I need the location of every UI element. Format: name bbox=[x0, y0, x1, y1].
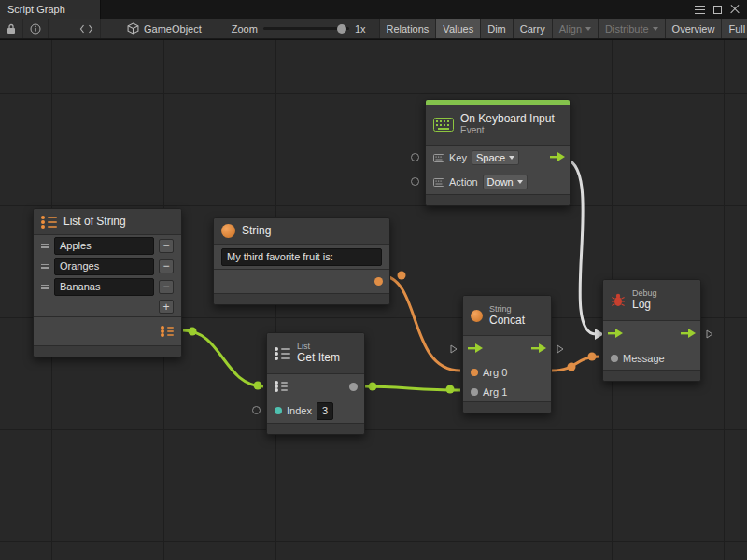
lock-icon[interactable] bbox=[0, 19, 23, 38]
node-header: On Keyboard Input Event bbox=[426, 105, 570, 146]
wire-concat-to-message[interactable] bbox=[552, 357, 599, 371]
string-value-field[interactable]: My third favorite fruit is: bbox=[221, 248, 382, 266]
toolbar-toggles: Relations Values Dim Carry Align Distrib… bbox=[379, 19, 747, 38]
index-label: Index bbox=[287, 405, 312, 416]
node-title: On Keyboard Input bbox=[460, 113, 555, 126]
node-header: String bbox=[214, 218, 389, 245]
item-output-port[interactable] bbox=[349, 383, 358, 391]
key-dropdown[interactable]: Space bbox=[472, 150, 519, 165]
node-title: Log bbox=[632, 299, 657, 312]
node-concat[interactable]: String Concat Arg 0 Arg 1 bbox=[462, 295, 552, 413]
node-footer bbox=[214, 293, 389, 304]
node-on-keyboard-input[interactable]: On Keyboard Input Event Key Space Action… bbox=[425, 99, 571, 206]
tab-script-graph[interactable]: Script Graph bbox=[0, 0, 101, 19]
wire-getitem-to-concat[interactable] bbox=[365, 386, 460, 390]
flow-row bbox=[603, 321, 700, 347]
close-icon[interactable] bbox=[730, 5, 740, 14]
relations-button[interactable]: Relations bbox=[379, 19, 436, 38]
drag-handle-icon[interactable] bbox=[41, 264, 49, 269]
dim-button[interactable]: Dim bbox=[480, 19, 513, 38]
node-footer bbox=[426, 194, 570, 205]
arg0-label: Arg 0 bbox=[483, 367, 507, 378]
message-row: Message bbox=[603, 347, 700, 370]
remove-item-button[interactable]: − bbox=[159, 239, 174, 253]
message-input-port[interactable] bbox=[611, 355, 618, 362]
node-footer bbox=[463, 401, 551, 413]
info-icon[interactable] bbox=[23, 19, 49, 38]
list-item-field[interactable]: Apples bbox=[54, 237, 154, 255]
node-debug-log[interactable]: Debug Log Message bbox=[602, 279, 701, 382]
window-controls bbox=[695, 0, 747, 19]
arg0-input-port[interactable] bbox=[471, 369, 478, 376]
values-button[interactable]: Values bbox=[435, 19, 480, 38]
gameobject-label: GameObject bbox=[144, 23, 202, 35]
zoom-slider-handle[interactable] bbox=[337, 24, 346, 34]
node-string-literal[interactable]: String My third favorite fruit is: bbox=[213, 217, 390, 305]
flow-input-port[interactable] bbox=[608, 329, 623, 340]
index-input-port[interactable] bbox=[275, 407, 282, 414]
flow-input-port[interactable] bbox=[468, 343, 483, 355]
gameobject-selector[interactable]: GameObject bbox=[118, 19, 211, 38]
bug-icon bbox=[611, 292, 626, 308]
carry-button[interactable]: Carry bbox=[513, 19, 552, 38]
list-item-field[interactable]: Bananas bbox=[54, 278, 154, 296]
maximize-icon[interactable] bbox=[713, 6, 722, 14]
chevron-down-icon bbox=[509, 156, 514, 160]
list-item-field[interactable]: Oranges bbox=[54, 258, 154, 275]
action-dropdown[interactable]: Down bbox=[483, 175, 528, 189]
remove-item-button[interactable]: − bbox=[159, 280, 174, 294]
action-input-port[interactable] bbox=[411, 177, 419, 186]
tab-title: Script Graph bbox=[7, 4, 65, 15]
list-output-port[interactable] bbox=[161, 326, 174, 337]
list-item-row: Apples − bbox=[34, 235, 181, 256]
relation-triangle-icon bbox=[450, 343, 458, 357]
add-item-button[interactable]: + bbox=[159, 300, 174, 314]
node-list-of-string[interactable]: List of String Apples − Oranges − Banana… bbox=[33, 208, 182, 357]
drag-handle-icon[interactable] bbox=[41, 285, 49, 289]
overview-button[interactable]: Overview bbox=[665, 19, 722, 38]
graph-canvas[interactable]: On Keyboard Input Event Key Space Action… bbox=[0, 40, 747, 560]
string-output-port[interactable] bbox=[374, 277, 383, 286]
string-type-icon bbox=[221, 224, 235, 238]
chevron-down-icon bbox=[517, 180, 523, 184]
node-get-item[interactable]: List Get Item Index 3 bbox=[266, 332, 365, 435]
tabbar-spacer bbox=[101, 0, 695, 19]
chevron-down-icon bbox=[653, 27, 658, 31]
fullscreen-button[interactable]: Full Screen bbox=[721, 19, 747, 38]
node-footer bbox=[267, 423, 364, 434]
drag-handle-icon[interactable] bbox=[41, 244, 49, 248]
key-label: Key bbox=[449, 152, 467, 163]
list-icon bbox=[275, 347, 290, 360]
relation-triangle-icon bbox=[557, 343, 564, 357]
key-input-port[interactable] bbox=[411, 153, 419, 161]
wire-string-to-concat[interactable] bbox=[380, 275, 460, 371]
code-icon[interactable] bbox=[73, 19, 101, 38]
menu-icon[interactable] bbox=[695, 6, 705, 14]
action-label: Action bbox=[449, 176, 478, 188]
wire-list-to-getitem[interactable] bbox=[183, 330, 263, 386]
node-footer bbox=[34, 345, 181, 357]
keyboard-icon bbox=[433, 118, 454, 132]
flow-output-port[interactable] bbox=[550, 152, 565, 163]
flow-output-port[interactable] bbox=[681, 329, 696, 340]
keyboard-mini-icon bbox=[433, 154, 444, 162]
string-value-row: My third favorite fruit is: bbox=[214, 245, 389, 269]
index-row: Index 3 bbox=[267, 399, 364, 423]
list-item-row: Oranges − bbox=[34, 256, 181, 276]
wire-value-bubble bbox=[254, 382, 262, 390]
unity-cube-icon bbox=[127, 22, 139, 35]
zoom-slider[interactable] bbox=[263, 19, 349, 38]
list-input-port[interactable] bbox=[275, 381, 288, 392]
keyboard-mini-icon bbox=[433, 178, 444, 187]
index-field[interactable]: 3 bbox=[317, 402, 333, 420]
node-title: Concat bbox=[489, 315, 525, 328]
align-button[interactable]: Align bbox=[552, 19, 598, 38]
node-title: String bbox=[242, 225, 271, 238]
list-input-row bbox=[267, 374, 364, 399]
arg1-input-port[interactable] bbox=[471, 388, 478, 396]
index-outer-port[interactable] bbox=[252, 406, 261, 414]
node-title: List of String bbox=[63, 216, 126, 229]
distribute-button[interactable]: Distribute bbox=[598, 19, 664, 38]
flow-output-port[interactable] bbox=[531, 343, 546, 355]
remove-item-button[interactable]: − bbox=[159, 259, 174, 273]
